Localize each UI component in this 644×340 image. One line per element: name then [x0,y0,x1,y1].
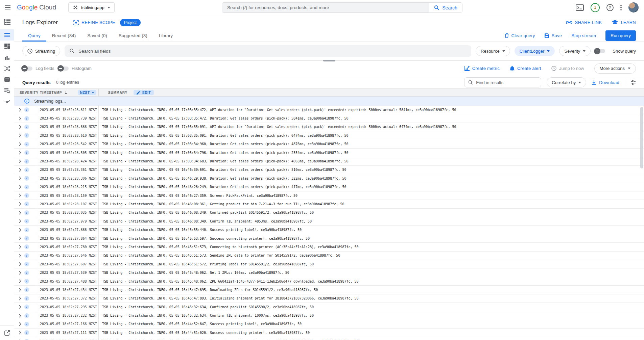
expand-chevron-icon[interactable] [19,151,21,155]
expand-chevron-icon[interactable] [19,219,21,223]
global-search-input[interactable] [222,3,429,12]
log-row[interactable]: 2023-05-05 18:02:28.542 NZST TSB Living … [14,140,644,149]
search-all-fields-input[interactable] [78,49,467,54]
tab-recent[interactable]: Recent (34) [46,30,82,42]
log-row[interactable]: 2023-05-05 18:02:27.979 NZST TSB Living … [14,217,644,226]
menu-icon[interactable] [5,4,11,10]
log-row[interactable]: 2023-05-05 18:02:28.610 NZST TSB Living … [14,131,644,140]
expand-chevron-icon[interactable] [19,322,21,326]
expand-chevron-icon[interactable] [19,211,21,215]
find-in-results-input[interactable] [476,80,537,85]
expand-chevron-icon[interactable] [19,228,21,232]
client-logger-filter[interactable]: ClientLogger [515,46,555,56]
nav-logs-metrics[interactable] [0,52,14,63]
show-query-toggle[interactable] [595,49,605,53]
log-row[interactable]: 2023-05-05 18:02:28.159 NZST TSB Living … [14,191,644,200]
nav-logs-explorer[interactable] [0,29,14,41]
nav-logs-pipeline[interactable] [0,96,14,107]
expand-chevron-icon[interactable] [19,279,21,283]
compose-icon[interactable] [4,330,10,336]
expand-chevron-icon[interactable] [19,271,21,275]
severity-filter[interactable]: Severity [559,46,591,56]
tab-saved[interactable]: Saved (0) [81,30,113,42]
expand-chevron-icon[interactable] [19,142,21,146]
correlate-by-button[interactable]: Correlate by [547,77,586,87]
expand-chevron-icon[interactable] [19,314,21,318]
create-alert-button[interactable]: Create alert [510,66,541,71]
streaming-button[interactable]: Streaming [22,46,60,56]
log-row[interactable]: 2023-05-05 18:02:27.607 NZST TSB Living … [14,260,644,268]
project-selector[interactable]: tsblivingapp [68,2,115,12]
log-row[interactable]: 2023-05-05 18:02:28.035 NZST TSB Living … [14,209,644,217]
expand-chevron-icon[interactable] [19,296,21,300]
refine-scope-button[interactable]: REFINE SCOPE [73,20,115,25]
expand-chevron-icon[interactable] [19,202,21,206]
expand-chevron-icon[interactable] [19,305,21,309]
vertical-scrollbar[interactable] [640,107,643,168]
log-row[interactable]: 2023-05-05 18:02:27.434 NZST TSB Living … [14,286,644,294]
nav-log-dashboard[interactable] [0,41,14,52]
log-row[interactable]: 2023-05-05 18:02:28.107 NZST TSB Living … [14,200,644,208]
histogram-toggle[interactable] [58,67,69,71]
log-fields-toggle[interactable] [22,67,32,71]
log-row[interactable]: 2023-05-05 18:02:28.686 NZST TSB Living … [14,123,644,131]
expand-chevron-icon[interactable] [19,168,21,172]
nav-logs-storage[interactable] [0,74,14,85]
log-row[interactable]: 2023-05-05 18:02:28.361 NZST TSB Living … [14,166,644,174]
user-avatar[interactable] [628,2,639,12]
clear-query-button[interactable]: Clear query [505,33,535,38]
log-row[interactable]: 2023-05-05 18:02:28.739 NZST TSB Living … [14,114,644,123]
download-button[interactable]: Download [592,80,619,85]
expand-chevron-icon[interactable] [19,254,21,258]
share-link-button[interactable]: SHARE LINK [566,20,602,25]
expand-chevron-icon[interactable] [19,245,21,249]
log-row[interactable]: 2023-05-05 18:02:27.111 NZST TSB Living … [14,329,644,337]
expand-chevron-icon[interactable] [19,331,21,335]
log-row[interactable]: 2023-05-05 18:02:27.232 NZST TSB Living … [14,311,644,320]
column-timestamp[interactable]: TIMESTAMP NZST [37,89,99,96]
log-row[interactable]: 2023-05-05 18:02:27.372 NZST TSB Living … [14,294,644,303]
log-row[interactable]: 2023-05-05 18:02:27.886 NZST TSB Living … [14,226,644,234]
expand-chevron-icon[interactable] [19,185,21,189]
expand-chevron-icon[interactable] [19,193,21,198]
expand-chevron-icon[interactable] [19,262,21,266]
expand-chevron-icon[interactable] [19,133,21,137]
log-row[interactable]: 2023-05-05 18:02:27.166 NZST TSB Living … [14,320,644,329]
help-icon[interactable] [606,4,614,11]
expand-chevron-icon[interactable] [19,125,21,129]
log-row[interactable]: 2023-05-05 18:02:27.646 NZST TSB Living … [14,252,644,260]
expand-chevron-icon[interactable] [19,176,21,180]
tab-suggested[interactable]: Suggested (3) [113,30,153,42]
log-row[interactable]: 2023-05-05 18:02:28.215 NZST TSB Living … [14,183,644,191]
cloud-shell-icon[interactable] [576,4,584,11]
expand-chevron-icon[interactable] [19,159,21,163]
expand-chevron-icon[interactable] [19,116,21,121]
tab-query[interactable]: Query [22,30,46,42]
log-row[interactable]: 2023-05-05 18:02:27.780 NZST TSB Living … [14,243,644,251]
expand-chevron-icon[interactable] [19,236,21,240]
more-vert-icon[interactable] [620,5,622,10]
save-button[interactable]: Save [545,33,562,38]
log-row[interactable]: 2023-05-05 18:02:28.424 NZST TSB Living … [14,157,644,165]
more-actions-button[interactable]: More actions [594,63,636,74]
learn-button[interactable]: LEARN [612,20,636,25]
log-row[interactable]: 2023-05-05 18:02:27.864 NZST TSB Living … [14,234,644,243]
log-row[interactable]: 2023-05-05 18:02:27.085 NZST TSB Living … [14,337,644,340]
jump-to-now-button[interactable]: Jump to now [551,66,584,71]
stop-stream-button[interactable]: Stop stream [571,33,596,38]
column-severity[interactable]: SEVERITY [14,89,37,96]
create-metric-button[interactable]: Create metric [464,66,500,71]
nav-logging-product[interactable] [0,15,14,29]
nav-log-router[interactable] [0,63,14,74]
collapse-panel-icon[interactable] [630,80,636,85]
nav-log-analytics[interactable] [0,85,14,96]
tab-library[interactable]: Library [153,30,178,42]
timezone-selector[interactable]: NZST [78,90,96,95]
log-row[interactable]: 2023-05-05 18:02:27.295 NZST TSB Living … [14,303,644,311]
edit-summary-button[interactable]: EDIT [134,90,154,95]
panel-resize-handle[interactable] [323,60,335,61]
global-search-button[interactable]: Search [429,3,462,12]
resource-filter[interactable]: Resource [476,46,510,56]
log-row[interactable]: 2023-05-05 18:02:27.488 NZST TSB Living … [14,277,644,286]
run-query-button[interactable]: Run query [605,30,636,41]
